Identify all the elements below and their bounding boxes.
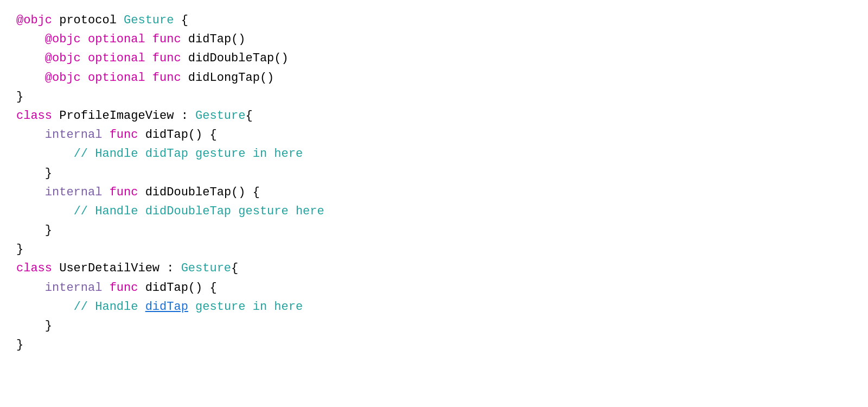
code-token: @objc	[16, 71, 81, 85]
code-token: Gesture	[181, 262, 231, 275]
code-token: didTap() {	[138, 128, 216, 142]
code-token: {	[245, 109, 252, 123]
code-token: didDoubleTap()	[181, 52, 289, 65]
code-token: }	[16, 319, 52, 333]
code-token: didLongTap()	[181, 71, 275, 85]
code-line: internal func didTap() {	[16, 278, 852, 297]
code-line: @objc protocol Gesture {	[16, 11, 852, 30]
code-token: }	[16, 243, 23, 256]
code-token: Gesture	[124, 14, 174, 27]
code-token: // Handle	[74, 300, 145, 314]
code-token: {	[174, 14, 188, 27]
code-token	[102, 281, 109, 295]
code-editor: @objc protocol Gesture { @objc optional …	[16, 11, 852, 354]
code-token: class	[16, 109, 52, 123]
code-line: @objc optional func didLongTap()	[16, 68, 852, 87]
code-token: }	[16, 90, 23, 104]
code-line: class UserDetailView : Gesture{	[16, 259, 852, 278]
code-token: // Handle didTap gesture in here	[74, 147, 303, 161]
code-token: func	[110, 128, 138, 142]
code-token: ProfileImageView :	[52, 109, 195, 123]
code-token: @objc	[16, 52, 81, 65]
code-token: }	[16, 338, 23, 352]
code-token	[16, 128, 45, 142]
code-link[interactable]: didTap	[145, 300, 188, 314]
code-token	[102, 128, 109, 142]
code-token: didDoubleTap() {	[138, 186, 259, 199]
code-token: internal	[45, 281, 103, 295]
code-token: class	[16, 262, 52, 275]
code-token: optional	[81, 71, 152, 85]
code-token: protocol	[52, 14, 124, 27]
code-token: internal	[45, 128, 103, 142]
code-line: }	[16, 240, 852, 259]
code-token: func	[152, 33, 181, 46]
code-line: class ProfileImageView : Gesture{	[16, 106, 852, 125]
code-token	[16, 281, 45, 295]
code-token: gesture in here	[188, 300, 303, 314]
code-line: // Handle didDoubleTap gesture here	[16, 202, 852, 221]
code-token: @objc	[16, 14, 52, 27]
code-line: }	[16, 87, 852, 106]
code-token: UserDetailView :	[52, 262, 181, 275]
code-line: @objc optional func didTap()	[16, 30, 852, 49]
code-token: @objc	[16, 33, 81, 46]
code-line: internal func didTap() {	[16, 125, 852, 144]
code-token: // Handle didDoubleTap gesture here	[74, 205, 324, 218]
code-token: optional	[81, 52, 152, 65]
code-token: internal	[45, 186, 103, 199]
code-line: // Handle didTap gesture in here	[16, 297, 852, 316]
code-token	[16, 147, 74, 161]
code-token: func	[152, 52, 181, 65]
code-line: }	[16, 221, 852, 240]
code-line: }	[16, 164, 852, 183]
code-token: func	[152, 71, 181, 85]
code-token: func	[110, 186, 138, 199]
code-token	[102, 186, 109, 199]
code-token: didTap()	[181, 33, 246, 46]
code-token	[16, 205, 74, 218]
code-line: internal func didDoubleTap() {	[16, 183, 852, 202]
code-token: func	[110, 281, 138, 295]
code-line: }	[16, 335, 852, 354]
code-token: }	[16, 167, 52, 180]
code-line: // Handle didTap gesture in here	[16, 144, 852, 163]
code-token	[16, 300, 74, 314]
code-line: }	[16, 316, 852, 335]
code-line: @objc optional func didDoubleTap()	[16, 49, 852, 68]
code-token: didTap() {	[138, 281, 216, 295]
code-token: Gesture	[195, 109, 245, 123]
code-token	[16, 186, 45, 199]
code-token: {	[231, 262, 238, 275]
code-token: }	[16, 224, 52, 237]
code-token: optional	[81, 33, 152, 46]
